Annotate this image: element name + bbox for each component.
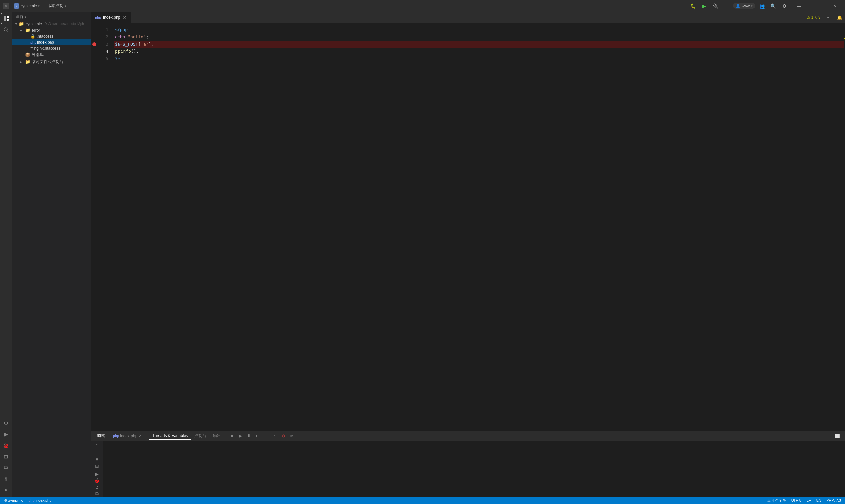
debug-icon[interactable]: 🐛 (688, 1, 698, 11)
explorer-icon[interactable] (1, 13, 11, 24)
code-line-3: $a=$_POST['a']; (113, 40, 844, 48)
warning-count: ⚠ 1 ∧ ∨ (807, 16, 821, 20)
svg-rect-2 (6, 19, 8, 21)
run-icon[interactable]: ▶ (700, 1, 709, 11)
panel-left-sidebar: ↑ ↓ ≡ ⊟ ▶ 🐞 🖥 ⧉ ⊞ (91, 441, 103, 497)
panel-toolbar: ■ ▶ ⏸ ↩ ↓ ↑ ⊘ ✏ ⋯ (228, 432, 304, 440)
status-branch[interactable]: ⚙ zymicmic (3, 498, 24, 503)
terminal-activity-icon[interactable]: ⊟ (1, 451, 11, 462)
panel-sub-tabs: Threads & Variables 控制台 输出 (149, 432, 224, 440)
debug-more-button[interactable]: ⋯ (297, 432, 304, 440)
main-area: ⚙ ▶ 🐞 ⊟ ⧉ ℹ ✦ 项目 ▾ ▼ 📁 zymicmic D:\Downl… (0, 12, 845, 497)
code-editor[interactable]: 1 2 3 4 5 <?php echo "hello"; $a=$_POST[… (91, 23, 845, 431)
sidebar: 项目 ▾ ▼ 📁 zymicmic D:\Downloads\phpstudy\… (12, 12, 91, 497)
panel-sidebar-debug-icon[interactable]: 🐞 (92, 478, 102, 483)
extensions-activity-icon[interactable]: ✦ (1, 485, 11, 496)
svg-rect-1 (6, 16, 8, 18)
panel-tabs: 调试 php index.php ✕ Threads & Variables 控… (91, 431, 845, 441)
settings-activity-icon[interactable]: ⚙ (1, 418, 11, 428)
user-icon[interactable]: 👥 (757, 1, 767, 11)
search-icon[interactable]: 🔍 (769, 1, 778, 11)
panel-tab-file[interactable]: php index.php ✕ (110, 432, 145, 440)
plugin-icon[interactable]: 🔌 (711, 1, 720, 11)
run-activity-icon[interactable]: ▶ (1, 429, 11, 439)
bottom-panel: 调试 php index.php ✕ Threads & Variables 控… (91, 431, 845, 497)
code-line-1: <?php (113, 26, 844, 33)
more-actions-icon[interactable]: ⋯ (722, 1, 731, 11)
menu-project[interactable]: Z zymicmic ▾ (12, 3, 41, 9)
tree-item-nginx-htaccess[interactable]: ≡ nginx.htaccess (12, 45, 91, 52)
debug-kill-button[interactable]: ⊘ (280, 432, 287, 440)
app-logo: ◈ (3, 3, 9, 9)
sidebar-header: 项目 ▾ (12, 12, 91, 21)
panel-sidebar-list-icon[interactable]: ≡ (92, 457, 102, 462)
panel-sidebar-copy-icon[interactable]: ⧉ (92, 491, 102, 497)
minimize-button[interactable]: — (792, 0, 807, 12)
panel-subtab-output[interactable]: 输出 (210, 432, 224, 440)
panel-tab-file-close[interactable]: ✕ (139, 434, 142, 438)
user-badge[interactable]: 👤 www ▾ (733, 3, 755, 8)
debug-step-down-button[interactable]: ↓ (262, 432, 270, 440)
editor-tab-index-php[interactable]: php index.php ✕ (91, 12, 131, 23)
svg-line-4 (7, 31, 8, 32)
tree-item-error[interactable]: ▶ 📁 error (12, 27, 91, 33)
editor-area: php index.php ✕ ⚠ 1 ∧ ∨ ⋯ 🔔 (91, 12, 845, 497)
debug-step-over-button[interactable]: ▶ (237, 432, 244, 440)
status-bar: ⚙ zymicmic php index.php ⚠ 4 个字符 UTF-8 L… (0, 497, 845, 504)
status-php-version[interactable]: PHP: 7.3 (825, 498, 842, 502)
debug-edit-button[interactable]: ✏ (288, 432, 295, 440)
titlebar-actions: 🐛 ▶ 🔌 ⋯ 👤 www ▾ 👥 🔍 ⚙ (688, 1, 789, 11)
settings-icon[interactable]: ⚙ (780, 1, 789, 11)
panel-expand-button[interactable]: ⬜ (834, 432, 841, 440)
tab-close-button[interactable]: ✕ (123, 15, 127, 20)
notifications-button[interactable]: 🔔 (835, 13, 844, 22)
tree-item-temp[interactable]: ▶ 📁 临时文件和控制台 (12, 58, 91, 65)
code-content[interactable]: <?php echo "hello"; $a=$_POST['a']; ppin… (112, 23, 844, 431)
menu-vcs[interactable]: 版本控制 ▾ (46, 2, 68, 9)
panel-sidebar-screen-icon[interactable]: 🖥 (92, 485, 102, 490)
titlebar: ◈ Z zymicmic ▾ 版本控制 ▾ 🐛 ▶ 🔌 ⋯ 👤 www ▾ 👥 … (0, 0, 845, 12)
panel-tab-debug[interactable]: 调试 (94, 432, 108, 440)
titlebar-menu: Z zymicmic ▾ 版本控制 ▾ (12, 2, 68, 9)
panel-sidebar-down-icon[interactable]: ↓ (92, 449, 102, 454)
debug-pause-button[interactable]: ⏸ (245, 432, 252, 440)
status-encoding[interactable]: UTF-8 (790, 498, 803, 502)
svg-rect-0 (4, 16, 6, 21)
info-activity-icon[interactable]: ℹ (1, 474, 11, 484)
debug-step-into-button[interactable]: ↩ (254, 432, 261, 440)
tab-more-button[interactable]: ⋯ (824, 13, 833, 22)
tree-item-root[interactable]: ▼ 📁 zymicmic D:\Downloads\phpstudy\phpst… (12, 21, 91, 27)
tree-item-external-lib[interactable]: 📦 外部库 (12, 52, 91, 58)
debug-stop-button[interactable]: ■ (228, 432, 235, 440)
editor-scrollbar-gutter (844, 23, 845, 431)
debug-step-up-button[interactable]: ↑ (271, 432, 278, 440)
tab-bar: php index.php ✕ ⚠ 1 ∧ ∨ ⋯ 🔔 (91, 12, 845, 23)
status-file[interactable]: php index.php (27, 498, 52, 502)
code-line-4: ppinfo(); (113, 48, 844, 55)
panel-sidebar-up-icon[interactable]: ↑ (92, 442, 102, 448)
panel-subtab-console[interactable]: 控制台 (191, 432, 210, 440)
panel-content: ↑ ↓ ≡ ⊟ ▶ 🐞 🖥 ⧉ ⊞ (91, 441, 845, 497)
search-activity-icon[interactable] (1, 24, 11, 35)
panel-subtab-threads[interactable]: Threads & Variables (149, 432, 191, 440)
svg-point-3 (4, 28, 7, 31)
file-tree: ▼ 📁 zymicmic D:\Downloads\phpstudy\phpst… (12, 21, 91, 497)
status-line-col[interactable]: 5:3 (815, 498, 823, 502)
tree-item-htaccess[interactable]: 🔒 .htaccess (12, 33, 91, 39)
panel-sidebar-run-icon[interactable]: ▶ (92, 471, 102, 476)
copy-activity-icon[interactable]: ⧉ (1, 463, 11, 473)
close-button[interactable]: ✕ (827, 0, 842, 12)
debug-activity-icon[interactable]: 🐞 (1, 440, 11, 451)
breakpoint-dot-line3[interactable] (91, 40, 98, 48)
activity-bar: ⚙ ▶ 🐞 ⊟ ⧉ ℹ ✦ (0, 12, 12, 497)
code-line-5: ?> (113, 55, 844, 62)
line-numbers: 1 2 3 4 5 (98, 23, 112, 431)
debug-main-area (103, 441, 845, 497)
breakpoint-gutter (91, 23, 98, 431)
status-warning[interactable]: ⚠ 4 个字符 (766, 498, 787, 503)
status-line-ending[interactable]: LF (805, 498, 812, 502)
tree-item-index-php[interactable]: php index.php (12, 39, 91, 45)
maximize-button[interactable]: □ (809, 0, 825, 12)
code-line-2: echo "hello"; (113, 33, 844, 40)
panel-sidebar-filter-icon[interactable]: ⊟ (92, 464, 102, 469)
